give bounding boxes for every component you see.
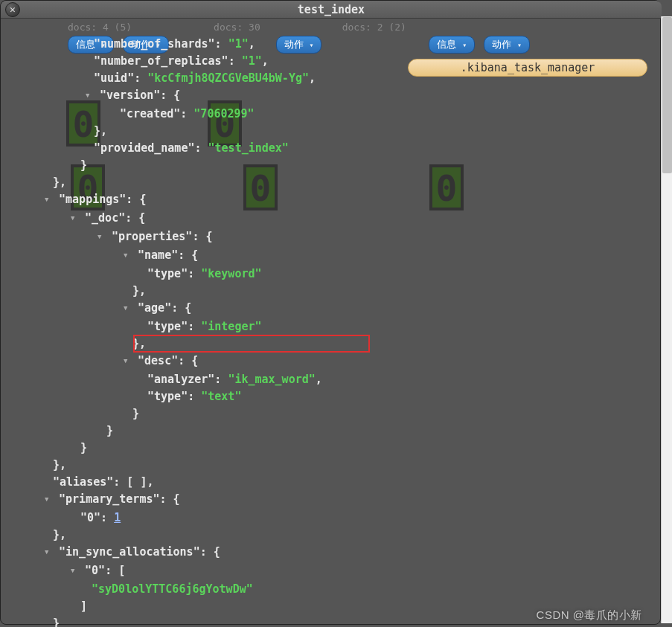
json-key: "type" (147, 267, 188, 280)
json-key: "type" (147, 390, 188, 403)
json-string: "text" (201, 390, 241, 403)
scrollbar-thumb[interactable] (662, 17, 672, 173)
json-key: "0" (85, 564, 105, 577)
json-key: "analyzer" (147, 373, 214, 386)
json-key: "name" (138, 248, 178, 262)
json-key: "version" (100, 89, 160, 102)
json-key: "mappings" (59, 193, 126, 206)
collapse-toggle[interactable]: ▼ (45, 191, 52, 208)
collapse-toggle[interactable]: ▼ (124, 247, 131, 264)
modal-title: test_index (298, 3, 365, 16)
json-key: "provided_name" (94, 141, 194, 155)
json-key: "type" (147, 320, 188, 333)
json-key: "number_of_shards" (94, 37, 215, 51)
collapse-toggle[interactable]: ▼ (124, 300, 131, 317)
json-string: "syD0lolYTTC66j6gYotwDw" (92, 582, 253, 596)
json-key: "aliases" (53, 475, 113, 489)
json-key: "age" (138, 301, 171, 315)
collapse-toggle[interactable]: ▼ (86, 87, 93, 104)
collapse-toggle[interactable]: ▼ (71, 562, 78, 579)
json-key: "0" (80, 511, 100, 524)
collapse-toggle[interactable]: ▼ (124, 353, 131, 370)
modal-window: ✕ test_index docs: 4 (5) docs: 30 docs: … (0, 0, 661, 625)
collapse-toggle[interactable]: ▼ (97, 228, 105, 245)
json-string: "1" (228, 37, 249, 51)
json-key: "in_sync_allocations" (59, 545, 200, 559)
json-string: "ik_max_word" (228, 373, 315, 386)
collapse-toggle[interactable]: ▼ (45, 544, 52, 561)
json-key: "created" (120, 107, 180, 120)
json-string: "test_index" (208, 141, 289, 155)
titlebar: ✕ test_index (1, 1, 662, 19)
json-key: "desc" (138, 354, 178, 367)
collapse-toggle[interactable]: ▼ (45, 491, 52, 508)
watermark: CSDN @毒爪的小新 (537, 608, 642, 623)
json-viewer[interactable]: "number_of_shards": "1", "number_of_repl… (17, 19, 657, 627)
vertical-scrollbar[interactable] (661, 16, 672, 623)
json-key: "uuid" (94, 71, 134, 85)
close-button[interactable]: ✕ (5, 2, 20, 17)
json-string: "keyword" (201, 267, 261, 280)
content-area: docs: 4 (5) docs: 30 docs: 2 (2) 信息 ▾ 动作… (1, 19, 662, 626)
json-string: "7060299" (193, 107, 254, 120)
collapse-toggle[interactable]: ▼ (71, 210, 78, 227)
json-key: "_doc" (85, 211, 125, 225)
json-string: "integer" (201, 320, 261, 333)
json-string: "1" (242, 54, 262, 68)
json-key: "primary_terms" (59, 492, 159, 506)
json-string: "kcCfmjh8QZCGVeBU4bW-Yg" (147, 71, 309, 85)
json-key: "number_of_replicas" (94, 54, 228, 68)
json-key: "properties" (112, 230, 192, 243)
json-number: 1 (114, 511, 121, 524)
